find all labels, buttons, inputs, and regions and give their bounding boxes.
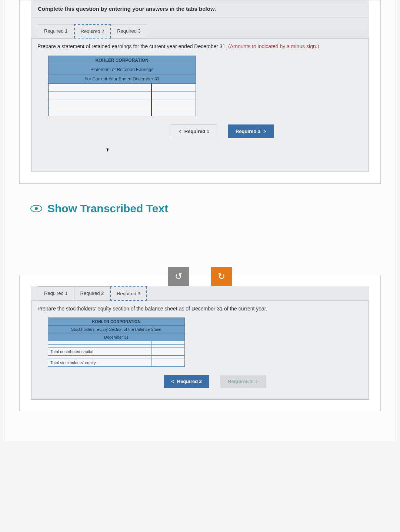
ws2-row1-label[interactable] — [48, 341, 151, 345]
ws2-subtitle2: December 31 — [48, 333, 185, 341]
ws-row1-label[interactable] — [48, 83, 151, 92]
ws2-subtitle1: Stockholders' Equity Section of the Bala… — [48, 326, 185, 333]
prompt-text-2: Prepare the stockholders' equity section… — [37, 305, 363, 313]
rotate-right-button[interactable]: ↻ — [211, 267, 232, 286]
show-transcribed-button[interactable]: Show Transcribed Text — [19, 199, 381, 230]
tab-required-2[interactable]: Required 2 — [74, 24, 111, 39]
ws-title: KOHLER CORPORATION — [48, 56, 196, 65]
ws2-row5-label[interactable]: Total stockholders' equity — [48, 359, 151, 367]
eye-icon — [30, 205, 42, 212]
ws-row4-val[interactable] — [151, 108, 196, 116]
instruction-bar: Complete this question by entering your … — [31, 0, 369, 17]
show-transcribed-label: Show Transcribed Text — [47, 202, 168, 215]
tab-required-1[interactable]: Required 1 — [38, 24, 74, 39]
tab2-required-1[interactable]: Required 1 — [38, 286, 74, 301]
next-label-1: Required 3 — [236, 129, 260, 134]
ws2-row1-val[interactable] — [151, 341, 185, 345]
tab-required-3[interactable]: Required 3 — [111, 24, 147, 39]
ws-subtitle1: Statement of Retained Earnings — [48, 65, 196, 74]
next-label-2: Required 3 — [228, 379, 253, 384]
ws2-row2-val[interactable] — [151, 345, 185, 348]
nav-btns-2: < Required 2 Required 3 > — [67, 375, 363, 388]
question-card-2: Required 1 Required 2 Required 3 Prepare… — [19, 275, 381, 412]
prev-button-1[interactable]: < Required 1 — [171, 124, 217, 138]
prev-button-2[interactable]: < Required 2 — [164, 375, 209, 388]
prev-label-2: Required 2 — [177, 379, 202, 384]
tab-row-1: Required 1 Required 2 Required 3 — [38, 24, 369, 39]
ws2-row3-val[interactable] — [151, 348, 185, 356]
ws2-row4-val[interactable] — [151, 356, 185, 359]
prompt-text-1: Prepare a statement of retained earnings… — [37, 43, 363, 50]
ws-row1-val[interactable] — [151, 83, 196, 92]
ws-row3-label[interactable] — [48, 100, 151, 108]
rotate-controls: ↺ ↻ — [19, 267, 381, 286]
tab2-required-2[interactable]: Required 2 — [74, 286, 110, 301]
ws2-row2-label[interactable] — [48, 345, 151, 348]
ws2-row5-val[interactable] — [151, 359, 185, 367]
nav-btns-1: < Required 1 Required 3 > — [82, 124, 363, 138]
prompt-hint: (Amounts to indicated by a minus sign.) — [228, 43, 319, 49]
ws-subtitle2: For Current Year Ended December 31 — [48, 74, 196, 83]
ws-row2-label[interactable] — [48, 92, 151, 100]
ws-row2-val[interactable] — [151, 92, 196, 100]
next-button-1[interactable]: Required 3 > — [228, 124, 274, 138]
chevron-left-icon: < — [179, 129, 181, 134]
chevron-left-icon-2: < — [171, 379, 174, 384]
tab-content-1: Prepare a statement of retained earnings… — [31, 38, 369, 172]
next-button-2: Required 3 > — [220, 375, 266, 388]
prompt-main: Prepare a statement of retained earnings… — [37, 43, 228, 49]
prev-label-1: Required 1 — [184, 129, 209, 134]
rotate-ccw-icon: ↺ — [175, 271, 182, 282]
ws2-row3-label[interactable]: Total contributed capital — [48, 348, 151, 356]
panel-2: Required 1 Required 2 Required 3 Prepare… — [31, 286, 369, 400]
ws2-row4-label[interactable] — [48, 356, 151, 359]
chevron-right-icon-2: > — [256, 379, 259, 384]
rotate-left-button[interactable]: ↺ — [168, 267, 189, 286]
panel-1: Complete this question by entering your … — [31, 0, 369, 172]
worksheet-stockholders-equity: KOHLER CORPORATION Stockholders' Equity … — [48, 317, 185, 367]
chevron-right-icon: > — [263, 129, 266, 134]
ws-row3-val[interactable] — [151, 100, 196, 108]
tab-row-2: Required 1 Required 2 Required 3 — [38, 286, 369, 301]
rotate-cw-icon: ↻ — [218, 271, 225, 282]
worksheet-retained-earnings: KOHLER CORPORATION Statement of Retained… — [48, 56, 196, 116]
tab2-required-3[interactable]: Required 3 — [110, 286, 147, 301]
question-card-1: Complete this question by entering your … — [19, 0, 381, 184]
tab-content-2: Prepare the stockholders' equity section… — [31, 300, 369, 400]
ws-row4-label[interactable] — [48, 108, 151, 116]
ws2-title: KOHLER CORPORATION — [48, 318, 185, 326]
